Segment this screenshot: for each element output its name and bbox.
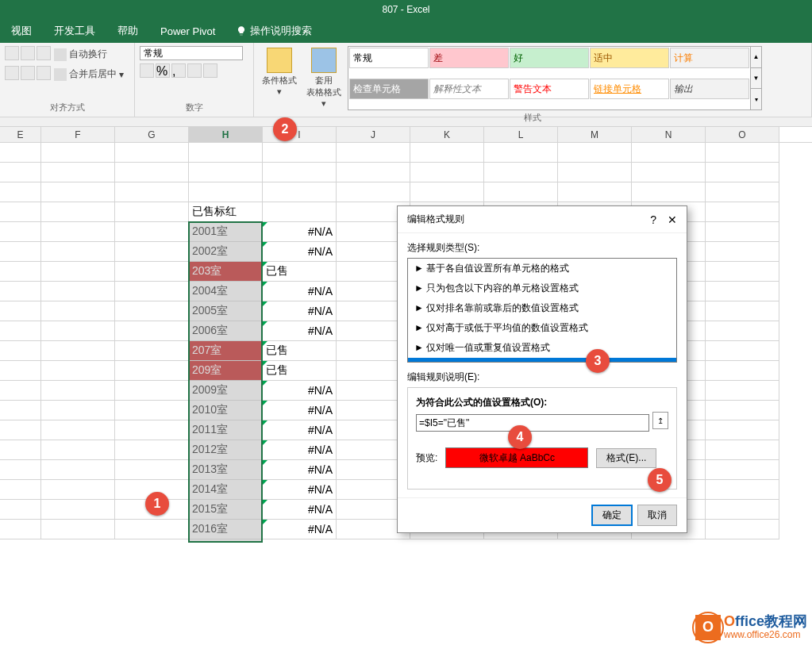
wrap-text-button[interactable]: 自动换行 (52, 46, 109, 63)
cell[interactable]: #N/A (263, 420, 337, 440)
cell[interactable] (41, 460, 115, 480)
col-header-f[interactable]: F (41, 127, 115, 142)
style-normal[interactable]: 常规 (349, 48, 429, 68)
cell[interactable] (115, 262, 189, 282)
cell[interactable] (706, 381, 779, 401)
cell[interactable] (337, 143, 410, 163)
cell[interactable]: #N/A (263, 321, 337, 341)
cell[interactable]: #N/A (263, 381, 337, 401)
style-output[interactable]: 输出 (670, 79, 749, 99)
cell[interactable] (0, 242, 41, 262)
cell[interactable] (41, 341, 115, 361)
cell[interactable] (706, 361, 779, 381)
cell[interactable] (337, 163, 410, 182)
rule-item[interactable]: ► 基于各自值设置所有单元格的格式 (408, 259, 676, 278)
cell[interactable] (41, 163, 115, 182)
cell[interactable]: 2015室 (189, 500, 263, 520)
cell[interactable] (0, 520, 41, 539)
rule-item[interactable]: ► 只为包含以下内容的单元格设置格式 (408, 278, 676, 298)
cell[interactable] (41, 282, 115, 301)
cell[interactable]: 2001室 (189, 222, 263, 242)
cell[interactable] (189, 143, 263, 163)
cell[interactable]: #N/A (263, 500, 337, 520)
col-header-j[interactable]: J (337, 127, 410, 142)
align-top-icon[interactable] (5, 46, 19, 60)
help-icon[interactable]: ? (650, 213, 656, 226)
cell[interactable] (41, 361, 115, 381)
cell[interactable]: 203室 (189, 262, 263, 282)
cell[interactable] (115, 282, 189, 301)
cell[interactable] (706, 262, 779, 282)
cell[interactable] (706, 520, 779, 539)
gallery-up-icon[interactable]: ▲ (751, 47, 761, 68)
style-link[interactable]: 链接单元格 (590, 79, 669, 99)
col-header-e[interactable]: E (0, 127, 41, 142)
collapse-dialog-icon[interactable]: ↥ (652, 412, 668, 429)
rule-item-selected[interactable]: ► 使用公式确定要设置格式的单元格 (408, 358, 676, 363)
cell[interactable]: #N/A (263, 480, 337, 500)
cell[interactable] (706, 420, 779, 440)
ok-button[interactable]: 确定 (591, 505, 633, 526)
col-header-g[interactable]: G (115, 127, 189, 142)
cell[interactable] (115, 321, 189, 341)
cell[interactable]: 已售 (263, 341, 337, 361)
gallery-down-icon[interactable]: ▼ (751, 68, 761, 90)
cell[interactable] (558, 143, 632, 163)
cell[interactable] (706, 321, 779, 341)
cell[interactable] (706, 341, 779, 361)
cell[interactable] (0, 222, 41, 242)
cell[interactable] (263, 143, 337, 163)
cell[interactable] (41, 500, 115, 520)
cell[interactable] (115, 440, 189, 460)
cell[interactable] (115, 143, 189, 163)
cell[interactable] (706, 440, 779, 460)
cell[interactable] (706, 202, 779, 222)
cell[interactable] (0, 143, 41, 163)
cell[interactable] (41, 301, 115, 321)
cell[interactable] (263, 182, 337, 202)
cell[interactable] (41, 440, 115, 460)
cell[interactable] (41, 202, 115, 222)
rule-item[interactable]: ► 仅对排名靠前或靠后的数值设置格式 (408, 298, 676, 318)
cell[interactable]: 2006室 (189, 321, 263, 341)
tab-dev[interactable]: 开发工具 (46, 19, 103, 43)
cell[interactable] (115, 420, 189, 440)
align-center-icon[interactable] (21, 66, 35, 80)
col-header-h[interactable]: H (189, 127, 263, 142)
cell[interactable] (706, 182, 779, 202)
cell[interactable]: 已售 (263, 262, 337, 282)
cell[interactable] (632, 143, 706, 163)
cell[interactable] (0, 440, 41, 460)
cell[interactable] (41, 321, 115, 341)
cell[interactable] (558, 163, 632, 182)
cell[interactable]: 2016室 (189, 520, 263, 539)
cell[interactable] (410, 143, 484, 163)
cell[interactable] (706, 480, 779, 500)
cell[interactable] (0, 401, 41, 420)
cell[interactable] (41, 222, 115, 242)
cell[interactable] (0, 202, 41, 222)
cell[interactable]: #N/A (263, 242, 337, 262)
cell-styles-gallery[interactable]: 常规 差 好 适中 计算 检查单元格 解释性文本 警告文本 链接单元格 输出 (348, 46, 751, 110)
cell[interactable] (484, 182, 558, 202)
conditional-formatting-button[interactable]: 条件格式 ▾ (259, 46, 300, 110)
cell[interactable]: 207室 (189, 341, 263, 361)
cell[interactable] (0, 381, 41, 401)
cell[interactable] (706, 242, 779, 262)
currency-icon[interactable] (140, 63, 154, 78)
format-button[interactable]: 格式(E)... (596, 448, 656, 468)
cell[interactable] (337, 182, 410, 202)
cell[interactable]: 2013室 (189, 460, 263, 480)
style-neutral[interactable]: 适中 (590, 48, 669, 68)
close-icon[interactable]: ✕ (668, 213, 677, 226)
rule-item[interactable]: ► 仅对高于或低于平均值的数值设置格式 (408, 318, 676, 338)
cell[interactable] (0, 321, 41, 341)
align-bottom-icon[interactable] (37, 46, 51, 60)
cell[interactable] (0, 341, 41, 361)
gallery-more-icon[interactable]: ▾ (751, 89, 761, 109)
cell[interactable]: 已售标红 (189, 202, 263, 222)
cell[interactable] (706, 222, 779, 242)
decrease-decimal-icon[interactable] (203, 63, 217, 78)
cell[interactable] (115, 520, 189, 539)
cell[interactable]: 2004室 (189, 282, 263, 301)
